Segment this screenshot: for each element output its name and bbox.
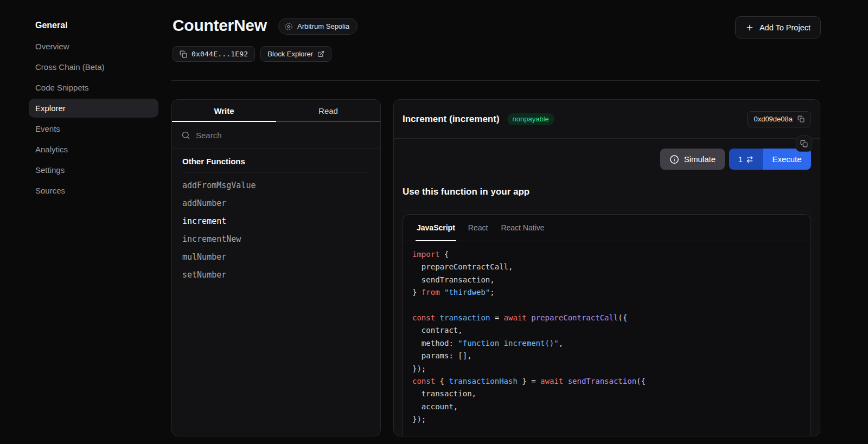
batch-count: 1 [738,155,743,164]
sidebar-item-sources[interactable]: Sources [29,181,158,200]
code-card: JavaScriptReactReact Native import { pre… [403,214,811,436]
contract-address-button[interactable]: 0x044E...1E92 [173,46,255,62]
code-tab-react[interactable]: React [462,215,495,241]
swap-arrows-icon [746,156,754,163]
function-items: addFromMsgValueaddNumberincrementincreme… [182,172,370,284]
plus-icon [745,23,754,32]
header-divider [171,80,820,81]
code-line [412,299,801,312]
function-list: Other Functions addFromMsgValueaddNumber… [172,149,380,284]
function-item-mulnumber[interactable]: mulNumber [182,248,370,266]
function-detail-title: Increment (increment) [403,114,500,125]
function-search-input[interactable] [196,131,371,140]
code-line: }); [412,413,801,426]
function-selector-button[interactable]: 0xd09de08a [747,111,811,127]
contract-address: 0x044E...1E92 [192,50,248,58]
contract-meta-row: 0x044E...1E92 Block Explorer [173,46,331,62]
tab-write[interactable]: Write [172,100,276,122]
network-badge-label: Arbitrum Sepolia [297,22,349,30]
code-line: params: [], [412,350,801,362]
function-item-incrementnew[interactable]: incrementNew [182,230,370,248]
functions-panel: WriteRead Other Functions addFromMsgValu… [171,99,381,436]
code-line: import { [412,248,801,261]
code-line: const { transactionHash } = await sendTr… [412,375,801,388]
page-title: CounterNew [173,16,267,35]
code-block: import { prepareContractCall, sendTransa… [403,241,810,433]
function-search-row [172,122,380,149]
action-row: Simulate 1 Execute [660,149,811,170]
execute-button-group: 1 Execute [729,149,811,170]
add-to-project-button[interactable]: Add To Project [735,16,821,38]
block-explorer-label: Block Explorer [267,50,313,58]
code-line: transaction, [412,388,801,400]
search-icon [181,131,190,140]
sidebar-item-events[interactable]: Events [29,119,158,138]
function-item-setnumber[interactable]: setNumber [182,266,370,284]
network-badge[interactable]: Arbitrum Sepolia [278,18,358,35]
usage-divider [403,210,811,210]
code-line: contract, [412,324,801,337]
sidebar: General OverviewCross Chain (Beta)Code S… [29,16,158,202]
copy-icon [180,50,187,58]
code-tab-react-native[interactable]: React Native [494,215,551,241]
usage-title: Use this function in your app [403,186,529,197]
sidebar-item-overview[interactable]: Overview [29,37,158,56]
sidebar-item-cross-chain-beta[interactable]: Cross Chain (Beta) [29,57,158,76]
copy-icon [797,115,805,123]
code-copy-button[interactable] [796,136,812,152]
code-line: method: "function increment()", [412,337,801,350]
sidebar-item-analytics[interactable]: Analytics [29,140,158,159]
copy-icon [800,140,808,147]
network-icon [284,22,293,31]
sidebar-item-explorer[interactable]: Explorer [29,99,158,118]
sidebar-heading: General [29,16,158,35]
block-explorer-button[interactable]: Block Explorer [260,46,331,62]
simulate-button[interactable]: Simulate [660,149,725,170]
write-read-tabs: WriteRead [172,100,380,122]
code-language-tabs: JavaScriptReactReact Native [403,215,810,241]
mutability-badge: nonpayable [507,113,554,125]
code-line: } from "thirdweb"; [412,286,801,299]
function-section-title: Other Functions [182,157,370,172]
sidebar-item-code-snippets[interactable]: Code Snippets [29,78,158,97]
external-link-icon [317,50,324,57]
function-item-increment[interactable]: increment [182,212,370,230]
function-item-addfrommsgvalue[interactable]: addFromMsgValue [182,176,370,194]
tab-read[interactable]: Read [276,100,380,122]
code-line: account, [412,401,801,413]
info-icon [669,155,679,164]
batch-count-button[interactable]: 1 [729,149,763,170]
code-line: }); [412,363,801,375]
code-line: sendTransaction, [412,274,801,286]
sidebar-item-settings[interactable]: Settings [29,160,158,179]
function-selector: 0xd09de08a [754,115,793,123]
function-detail-header: Increment (increment) nonpayable 0xd09de… [394,100,820,139]
code-tab-javascript[interactable]: JavaScript [410,215,462,241]
sidebar-nav: OverviewCross Chain (Beta)Code SnippetsE… [29,37,158,200]
function-detail-panel: Increment (increment) nonpayable 0xd09de… [393,99,820,436]
code-line: prepareContractCall, [412,261,801,273]
add-to-project-label: Add To Project [760,23,810,32]
simulate-label: Simulate [684,155,716,164]
function-item-addnumber[interactable]: addNumber [182,194,370,212]
code-line: const transaction = await prepareContrac… [412,312,801,324]
app-window: General OverviewCross Chain (Beta)Code S… [0,0,868,444]
